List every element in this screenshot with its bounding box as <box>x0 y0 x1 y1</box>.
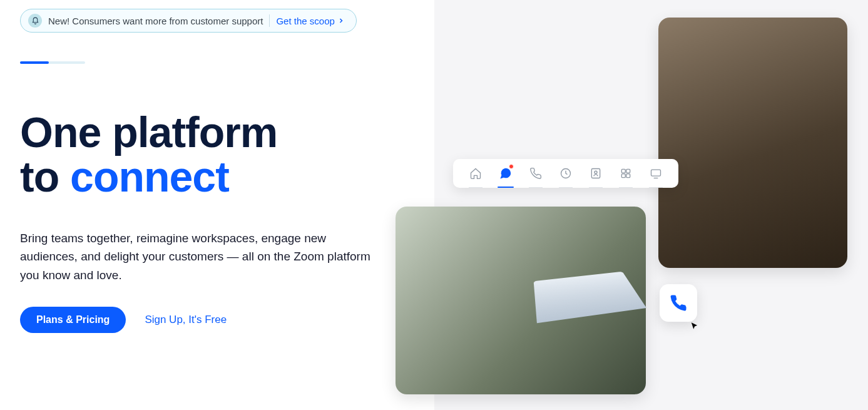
progress-indicator <box>20 61 85 64</box>
cursor-icon <box>690 322 699 331</box>
hero-line2-prefix: to <box>20 153 70 200</box>
hero-photo-meeting <box>658 18 847 268</box>
chevron-right-icon <box>337 17 345 24</box>
announcement-cta-label: Get the scoop <box>276 16 334 26</box>
svg-point-2 <box>595 171 597 173</box>
phone-fill-icon <box>669 294 688 312</box>
announcement-cta-link[interactable]: Get the scoop <box>276 16 344 26</box>
hero-line1: One platform <box>20 108 277 156</box>
svg-rect-4 <box>626 169 630 173</box>
svg-rect-3 <box>621 169 625 173</box>
hero-subtitle: Bring teams together, reimagine workspac… <box>20 229 377 284</box>
chat-icon[interactable] <box>495 163 516 184</box>
announcement-text: New! Consumers want more from customer s… <box>48 16 263 26</box>
hero-headline: One platform to connect <box>20 110 277 200</box>
phone-icon[interactable] <box>525 163 546 184</box>
phone-floating-card[interactable] <box>660 284 697 322</box>
plans-pricing-button[interactable]: Plans & Pricing <box>20 307 126 333</box>
app-toolbar-card <box>453 159 678 188</box>
clock-icon[interactable] <box>555 163 576 184</box>
home-icon[interactable] <box>465 163 486 184</box>
contacts-icon[interactable] <box>585 163 606 184</box>
apps-icon[interactable] <box>615 163 636 184</box>
announcement-banner[interactable]: New! Consumers want more from customer s… <box>20 9 357 33</box>
signup-link[interactable]: Sign Up, It's Free <box>145 314 227 326</box>
cta-row: Plans & Pricing Sign Up, It's Free <box>20 307 227 333</box>
notification-badge <box>509 164 514 169</box>
svg-rect-5 <box>621 174 625 178</box>
hero-photo-laptop <box>396 207 646 394</box>
bell-icon <box>28 14 42 28</box>
screen-icon[interactable] <box>645 163 666 184</box>
separator <box>269 14 270 27</box>
hero-line2-accent: connect <box>70 153 229 200</box>
svg-rect-7 <box>651 170 661 176</box>
svg-rect-6 <box>626 174 630 178</box>
